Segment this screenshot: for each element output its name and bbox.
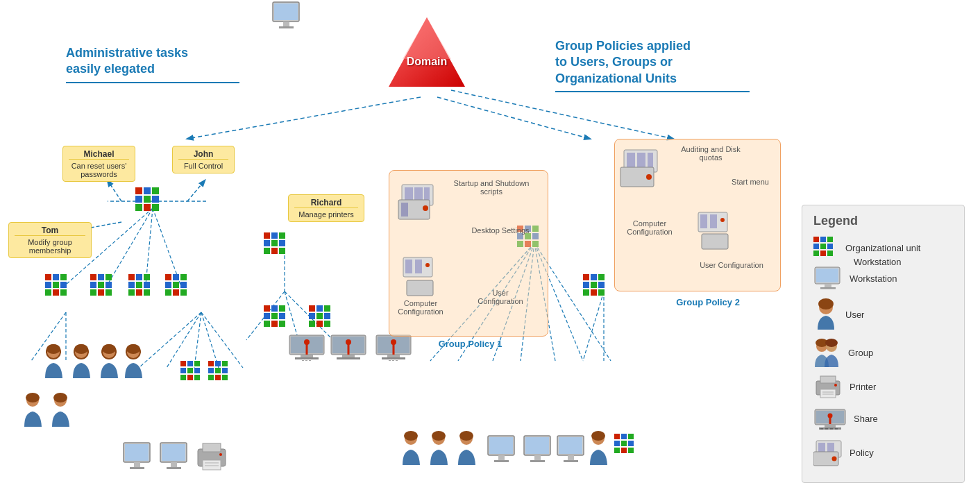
ws-right-1 xyxy=(486,434,517,471)
svg-line-18 xyxy=(139,312,201,368)
svg-rect-119 xyxy=(591,282,597,288)
workstation-1 xyxy=(121,441,153,478)
legend-label-printer: Printer xyxy=(850,382,876,392)
svg-rect-219 xyxy=(614,441,620,446)
svg-rect-104 xyxy=(316,321,323,327)
workstation-detected-label: Workstation xyxy=(854,257,901,267)
share-icon-1 xyxy=(288,330,326,364)
svg-rect-70 xyxy=(165,274,171,280)
svg-rect-97 xyxy=(309,305,315,312)
svg-rect-78 xyxy=(180,289,187,296)
svg-rect-209 xyxy=(530,460,545,462)
user-fig-4 xyxy=(121,343,146,384)
svg-rect-163 xyxy=(162,444,185,461)
svg-rect-87 xyxy=(279,248,285,254)
svg-rect-73 xyxy=(165,282,171,288)
svg-rect-105 xyxy=(324,321,330,327)
user-right-1 xyxy=(399,430,423,471)
svg-rect-48 xyxy=(60,282,67,288)
svg-rect-101 xyxy=(316,313,323,319)
svg-rect-69 xyxy=(144,289,150,296)
user-fig-3 xyxy=(97,343,121,384)
svg-rect-239 xyxy=(637,153,645,169)
svg-rect-224 xyxy=(628,448,634,453)
svg-rect-234 xyxy=(415,260,422,273)
svg-rect-49 xyxy=(45,289,51,296)
svg-rect-86 xyxy=(271,248,278,254)
svg-line-22 xyxy=(201,312,243,368)
svg-point-197 xyxy=(404,431,418,441)
svg-rect-44 xyxy=(53,274,59,280)
svg-rect-55 xyxy=(90,282,96,288)
svg-point-272 xyxy=(834,384,837,387)
policy-server-2 xyxy=(400,254,441,305)
svg-rect-204 xyxy=(498,455,505,461)
left-heading: Administrative tasks easily elegated xyxy=(66,45,239,83)
gp2-startmenu-label: Start menu xyxy=(726,178,775,186)
group-policy-1-title: Group Policy 1 xyxy=(420,339,521,349)
user-fig-2 xyxy=(69,343,94,384)
svg-rect-118 xyxy=(583,282,589,288)
svg-rect-138 xyxy=(222,368,228,373)
svg-rect-168 xyxy=(283,22,289,27)
workstation-3 xyxy=(271,0,302,37)
svg-point-147 xyxy=(74,344,88,354)
svg-rect-72 xyxy=(180,274,187,280)
svg-rect-96 xyxy=(279,321,285,327)
svg-line-5 xyxy=(108,180,121,201)
svg-rect-128 xyxy=(187,368,193,373)
svg-rect-220 xyxy=(621,441,627,446)
svg-rect-179 xyxy=(295,357,319,359)
svg-point-175 xyxy=(219,453,222,456)
svg-point-262 xyxy=(818,298,834,309)
svg-point-157 xyxy=(53,393,67,402)
workstation-2 xyxy=(158,441,189,478)
svg-rect-137 xyxy=(215,368,221,373)
svg-rect-63 xyxy=(144,274,150,280)
legend-row-printer: Printer xyxy=(813,374,953,399)
svg-rect-93 xyxy=(279,313,285,319)
svg-rect-102 xyxy=(324,313,330,319)
ou-icon-1 xyxy=(45,274,71,301)
michael-box: Michael Can reset users' passwords xyxy=(62,146,135,182)
svg-rect-245 xyxy=(710,214,717,228)
svg-rect-82 xyxy=(264,240,270,246)
svg-rect-57 xyxy=(105,282,112,288)
svg-line-19 xyxy=(167,312,201,368)
legend-label-group: Group xyxy=(848,348,873,358)
svg-rect-255 xyxy=(820,251,826,256)
svg-line-30 xyxy=(583,291,604,361)
ou-icon-3 xyxy=(128,274,155,301)
svg-rect-59 xyxy=(98,289,104,296)
legend-row-ou: Organizational unit xyxy=(813,237,953,259)
svg-point-181 xyxy=(304,339,310,345)
svg-rect-205 xyxy=(494,460,509,462)
svg-rect-216 xyxy=(614,434,620,439)
svg-rect-230 xyxy=(401,203,408,217)
svg-rect-208 xyxy=(534,455,541,461)
svg-rect-186 xyxy=(337,357,360,359)
svg-rect-68 xyxy=(136,289,142,296)
svg-rect-251 xyxy=(813,244,819,249)
legend-title: Legend xyxy=(813,214,953,228)
svg-rect-56 xyxy=(98,282,104,288)
svg-rect-66 xyxy=(144,282,150,288)
svg-rect-115 xyxy=(583,274,589,280)
svg-rect-268 xyxy=(820,376,836,383)
svg-point-278 xyxy=(828,414,833,418)
gp2-server-2 xyxy=(695,209,736,260)
svg-rect-88 xyxy=(264,305,270,312)
svg-rect-213 xyxy=(564,460,578,462)
ou-small-right xyxy=(614,434,636,457)
svg-rect-77 xyxy=(173,289,179,296)
svg-rect-79 xyxy=(264,232,270,239)
svg-rect-240 xyxy=(648,153,653,169)
gp1-cc-label: Computer Configuration xyxy=(393,299,448,316)
svg-rect-75 xyxy=(180,282,187,288)
svg-rect-90 xyxy=(279,305,285,312)
svg-rect-95 xyxy=(271,321,278,327)
svg-rect-91 xyxy=(264,313,270,319)
svg-rect-65 xyxy=(136,282,142,288)
svg-rect-76 xyxy=(165,289,171,296)
svg-line-10 xyxy=(146,208,153,285)
